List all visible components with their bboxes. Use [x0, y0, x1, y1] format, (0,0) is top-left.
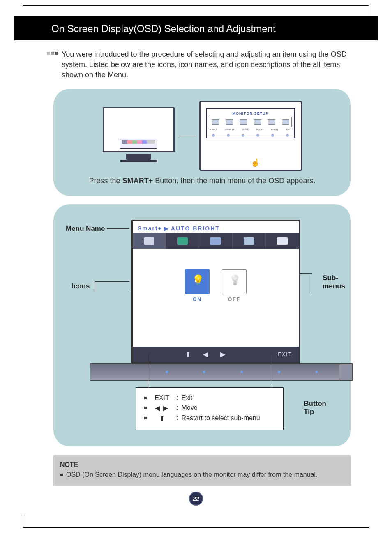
bullet-icon: [47, 52, 58, 55]
osd-tab-4[interactable]: [233, 233, 266, 249]
label-icons: Icons: [71, 282, 90, 290]
panel1-instruction: Press the SMART+ Button, then the main m…: [66, 177, 339, 185]
tip-key-move: ◀ ▶: [151, 404, 173, 412]
osd-panel: Smart+▶AUTO BRIGHT ON OFF: [131, 220, 300, 363]
nav-exit-button[interactable]: EXIT: [278, 352, 299, 357]
osd-tab-3[interactable]: [199, 233, 233, 249]
intro-paragraph: You were introduced to the procedure of …: [62, 49, 351, 81]
option-off[interactable]: OFF: [222, 269, 247, 302]
arrow-icon: [179, 136, 195, 136]
osd-icon-row: [210, 117, 292, 127]
bullet-icon: [60, 474, 63, 476]
monitor-zoom-illustration: MONITOR SETUP MENU SMART+ DUAL AUTO INPU…: [199, 101, 302, 171]
label-button-tip: ButtonTip: [304, 400, 326, 416]
osd-tab-2[interactable]: [166, 233, 199, 249]
label-menu-name: Menu Name: [66, 225, 105, 233]
tip-key-exit: EXIT: [151, 394, 173, 402]
note-text: OSD (On Screen Display) menu languages o…: [66, 471, 318, 478]
osd-breadcrumb: Smart+▶AUTO BRIGHT: [138, 225, 294, 232]
monitor-small-illustration: [103, 107, 175, 165]
osd-tab-1[interactable]: [133, 233, 166, 249]
osd-tab-5[interactable]: [266, 233, 299, 249]
tip-val-move: Move: [181, 404, 197, 412]
osd-tab-row: [133, 233, 299, 249]
note-title: NOTE: [60, 461, 344, 469]
illustration-panel-2: Menu Name Icons Sub-menus Smart+▶AUTO BR…: [53, 204, 351, 446]
tip-val-exit: Exit: [181, 394, 192, 402]
osd-window-title: MONITOR SETUP: [210, 111, 292, 115]
illustration-panel-1: MONITOR SETUP MENU SMART+ DUAL AUTO INPU…: [53, 89, 351, 196]
tip-val-restart: Restart to select sub-menu: [181, 414, 260, 422]
button-tips-box: EXIT : Exit ◀ ▶ : Move ⬆ : Restart to se…: [136, 387, 284, 430]
page-number: 22: [189, 492, 203, 506]
hand-cursor-icon: ☝: [251, 158, 260, 167]
tip-key-restart: ⬆: [151, 414, 173, 422]
header-title: On Screen Display(OSD) Selection and Adj…: [51, 23, 276, 34]
note-box: NOTE OSD (On Screen Display) menu langua…: [53, 455, 351, 486]
label-submenus: Sub-menus: [323, 274, 345, 290]
osd-label-row: MENU SMART+ DUAL AUTO INPUT EXIT: [210, 128, 292, 131]
page-header: On Screen Display(OSD) Selection and Adj…: [14, 16, 378, 40]
option-on[interactable]: ON: [185, 269, 210, 302]
